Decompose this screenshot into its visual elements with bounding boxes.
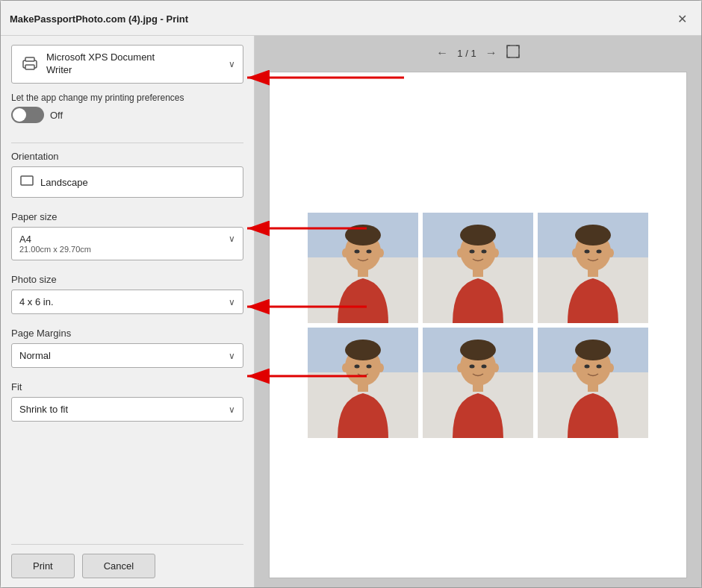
svg-point-37 [355, 364, 360, 368]
fit-chevron: ∨ [229, 404, 235, 415]
svg-point-35 [345, 340, 381, 360]
photo-cell-5 [423, 328, 533, 438]
paper-size-text: A4 21.00cm x 29.70cm [19, 234, 91, 254]
left-panel: Microsoft XPS Document Writer ∨ Let the … [1, 36, 255, 587]
svg-rect-9 [358, 268, 368, 277]
svg-point-13 [378, 248, 384, 257]
orientation-label: Orientation [11, 151, 243, 162]
next-page-button[interactable]: → [485, 46, 497, 60]
print-preview [269, 72, 687, 578]
page-margins-dropdown[interactable]: Normal ∨ [11, 343, 243, 368]
page-margins-section: Page Margins Normal ∨ [11, 328, 243, 378]
svg-rect-36 [358, 383, 368, 392]
svg-rect-4 [507, 46, 519, 57]
svg-point-53 [575, 340, 611, 360]
print-dialog: MakePassportPhoto.com (4).jpg - Print ✕ [0, 0, 702, 588]
svg-rect-27 [588, 268, 598, 277]
svg-point-40 [378, 363, 384, 372]
orientation-button[interactable]: Landscape [11, 166, 243, 198]
svg-point-28 [585, 249, 590, 253]
svg-point-21 [457, 248, 463, 257]
svg-point-49 [493, 363, 499, 372]
svg-point-11 [367, 249, 372, 253]
page-margins-value: Normal [19, 350, 51, 361]
cancel-button[interactable]: Cancel [82, 554, 155, 578]
printer-dropdown[interactable]: Microsoft XPS Document Writer ∨ [11, 45, 243, 84]
close-button[interactable]: ✕ [671, 8, 692, 29]
photo-size-section: Photo size 4 x 6 in. ∨ [11, 274, 243, 325]
paper-size-value: A4 [19, 234, 91, 245]
photo-grid [293, 198, 663, 453]
svg-rect-3 [21, 176, 33, 185]
svg-point-20 [482, 249, 487, 253]
paper-size-button[interactable]: A4 21.00cm x 29.70cm ∨ [11, 227, 243, 260]
content-area: Microsoft XPS Document Writer ∨ Let the … [1, 36, 701, 587]
photo-size-label: Photo size [11, 274, 243, 285]
photo-cell-6 [538, 328, 648, 438]
page-nav: ← 1 / 1 → [264, 45, 692, 61]
photo-cell-2 [423, 213, 533, 323]
divider-1 [11, 143, 243, 143]
paper-size-dimensions: 21.00cm x 29.70cm [19, 245, 91, 254]
title-bar: MakePassportPhoto.com (4).jpg - Print ✕ [1, 1, 701, 36]
page-number: 1 / 1 [457, 48, 476, 59]
photo-size-value: 4 x 6 in. [19, 296, 54, 307]
paper-size-chevron: ∨ [229, 234, 235, 244]
fullscreen-button[interactable] [506, 45, 520, 61]
svg-point-10 [355, 249, 360, 253]
svg-point-29 [597, 249, 602, 253]
svg-rect-18 [473, 268, 483, 277]
svg-point-22 [493, 248, 499, 257]
svg-point-19 [470, 249, 475, 253]
paper-size-section: Paper size A4 21.00cm x 29.70cm ∨ [11, 211, 243, 271]
svg-point-56 [597, 364, 602, 368]
svg-point-48 [457, 363, 463, 372]
svg-rect-45 [473, 383, 483, 392]
svg-point-38 [367, 364, 372, 368]
right-panel: ← 1 / 1 → [255, 36, 701, 587]
svg-point-44 [460, 340, 496, 360]
svg-point-39 [342, 363, 348, 372]
photo-size-chevron: ∨ [229, 297, 235, 307]
orientation-section: Orientation Landscape [11, 151, 243, 208]
dialog-title: MakePassportPhoto.com (4).jpg - Print [10, 13, 188, 25]
printer-section: Microsoft XPS Document Writer ∨ [11, 45, 243, 84]
printer-chevron: ∨ [229, 59, 235, 69]
printer-dropdown-inner: Microsoft XPS Document Writer [19, 51, 155, 77]
print-button[interactable]: Print [11, 554, 75, 578]
svg-point-31 [608, 248, 614, 257]
fit-value: Shrink to fit [19, 404, 68, 415]
svg-point-12 [342, 248, 348, 257]
photo-size-button[interactable]: 4 x 6 in. ∨ [11, 290, 243, 314]
printer-icon [19, 54, 40, 75]
svg-point-26 [575, 225, 611, 245]
svg-point-58 [608, 363, 614, 372]
toggle-state: Off [50, 110, 63, 121]
svg-point-17 [460, 225, 496, 245]
svg-point-8 [345, 225, 381, 245]
landscape-icon [19, 173, 34, 191]
photo-cell-4 [308, 328, 418, 438]
photo-cell-3 [538, 213, 648, 323]
toggle-row: Let the app change my printing preferenc… [11, 93, 243, 124]
photo-cell-1 [308, 213, 418, 323]
page-margins-chevron: ∨ [229, 351, 235, 361]
toggle-label: Let the app change my printing preferenc… [11, 93, 243, 104]
svg-rect-2 [25, 65, 34, 69]
svg-point-47 [482, 364, 487, 368]
svg-point-46 [470, 364, 475, 368]
fit-label: Fit [11, 381, 243, 392]
svg-rect-1 [25, 57, 34, 61]
paper-size-label: Paper size [11, 211, 243, 222]
svg-point-57 [572, 363, 578, 372]
svg-point-55 [585, 364, 590, 368]
fit-dropdown[interactable]: Shrink to fit ∨ [11, 397, 243, 422]
orientation-inner: Landscape [19, 173, 88, 191]
svg-rect-54 [588, 383, 598, 392]
orientation-value: Landscape [40, 177, 88, 188]
fit-section: Fit Shrink to fit ∨ [11, 381, 243, 432]
page-margins-label: Page Margins [11, 328, 243, 339]
svg-point-30 [572, 248, 578, 257]
prev-page-button[interactable]: ← [436, 46, 448, 60]
toggle-switch[interactable] [11, 107, 44, 123]
